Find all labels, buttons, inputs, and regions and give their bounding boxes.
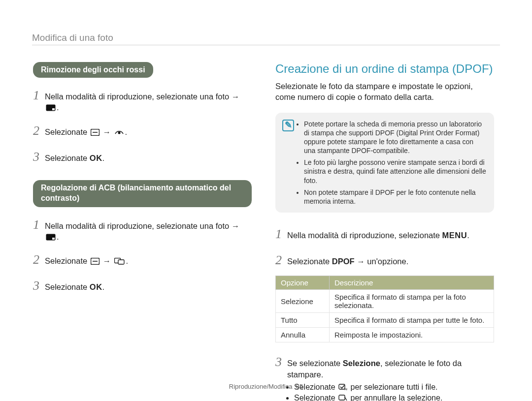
edit-icon bbox=[46, 104, 56, 111]
text: Nella modalità di riproduzione, selezion… bbox=[287, 231, 440, 240]
strong: DPOF bbox=[332, 257, 355, 266]
svg-rect-8 bbox=[118, 260, 124, 264]
step-number: 3 bbox=[33, 148, 45, 165]
arrow-icon: → bbox=[232, 221, 240, 230]
strong: Selezione bbox=[343, 359, 380, 368]
page-footer: Riproduzione/Modifica 85 bbox=[0, 383, 532, 390]
tool-icon bbox=[91, 129, 100, 136]
svg-rect-11 bbox=[339, 395, 345, 400]
th-option: Opzione bbox=[276, 276, 330, 290]
deselect-icon bbox=[338, 395, 347, 401]
step-text: Selezionate OK. bbox=[45, 281, 252, 292]
step-number: 2 bbox=[33, 251, 45, 268]
text: Selezionate bbox=[45, 154, 87, 162]
section-title: Creazione di un ordine di stampa (DPOF) bbox=[275, 62, 494, 76]
text: . bbox=[57, 232, 59, 241]
left-column: Rimozione degli occhi rossi 1 Nella moda… bbox=[33, 62, 252, 294]
right-column: Creazione di un ordine di stampa (DPOF) … bbox=[275, 62, 494, 401]
text: Selezionate bbox=[45, 282, 87, 291]
ok-label: OK bbox=[90, 282, 102, 291]
redeye-step-3: 3 Selezionate OK. bbox=[33, 148, 252, 165]
step-number: 1 bbox=[33, 216, 45, 233]
step-text: Selezionate OK. bbox=[45, 153, 252, 163]
ok-label: OK bbox=[90, 154, 102, 162]
text: . bbox=[102, 282, 105, 291]
dpof-step-1: 1 Nella modalità di riproduzione, selezi… bbox=[275, 225, 494, 243]
step-number: 1 bbox=[275, 225, 287, 243]
arrow-icon: → bbox=[232, 92, 240, 101]
redeye-step-1: 1 Nella modalità di riproduzione, selezi… bbox=[33, 87, 252, 113]
tool-icon bbox=[91, 258, 100, 265]
td-desc: Specifica il formato di stampa per tutte… bbox=[330, 313, 494, 328]
acb-step-1: 1 Nella modalità di riproduzione, selezi… bbox=[33, 216, 252, 243]
step-number: 2 bbox=[33, 122, 45, 139]
td-desc: Reimposta le impostazioni. bbox=[330, 328, 494, 342]
note-box: ✎ Potete portare la scheda di memoria pr… bbox=[275, 113, 494, 213]
redeye-icon bbox=[114, 129, 124, 136]
page-number: 85 bbox=[296, 383, 303, 390]
table-row: Annulla Reimposta le impostazioni. bbox=[276, 328, 494, 342]
list-item: Selezionate per annullare la selezione. bbox=[294, 394, 494, 401]
step-number: 2 bbox=[275, 251, 287, 269]
step-text: Nella modalità di riproduzione, selezion… bbox=[45, 220, 252, 243]
step-text: Se selezionate Selezione, selezionate le… bbox=[287, 358, 494, 380]
redeye-step-2: 2 Selezionate → . bbox=[33, 122, 252, 139]
note-list: Potete portare la scheda di memoria pres… bbox=[296, 120, 486, 206]
step-text: Nella modalità di riproduzione, selezion… bbox=[287, 230, 494, 241]
arrow-icon: → bbox=[357, 257, 365, 266]
th-desc: Descrizione bbox=[330, 276, 494, 290]
footer-section: Riproduzione/Modifica bbox=[229, 383, 293, 390]
menu-label: MENU bbox=[442, 231, 467, 240]
step-text: Selezionate → . bbox=[45, 126, 252, 137]
step-number: 3 bbox=[275, 353, 287, 370]
arrow-icon: → bbox=[102, 256, 111, 265]
td-option: Annulla bbox=[276, 328, 330, 342]
td-desc: Specifica il formato di stampa per la fo… bbox=[330, 290, 494, 313]
divider bbox=[32, 45, 500, 45]
note-item: Non potete stampare il DPOF per le foto … bbox=[304, 188, 486, 206]
td-option: Selezione bbox=[276, 290, 330, 313]
note-item: Le foto più larghe possono venire stampa… bbox=[304, 158, 486, 185]
step-text: Selezionate → . bbox=[45, 255, 252, 266]
td-option: Tutto bbox=[276, 313, 330, 328]
step-text: Nella modalità di riproduzione, selezion… bbox=[45, 91, 252, 113]
text: Selezionate bbox=[45, 256, 87, 265]
svg-rect-1 bbox=[52, 108, 55, 110]
section-lead: Selezionate le foto da stampare e impost… bbox=[275, 81, 494, 103]
breadcrumb: Modifica di una foto bbox=[32, 32, 113, 43]
text: Nella modalità di riproduzione, selezion… bbox=[45, 221, 229, 230]
text: Se selezionate bbox=[287, 359, 340, 368]
edit-icon bbox=[46, 234, 56, 241]
dpof-step-3: 3 Se selezionate Selezione, selezionate … bbox=[275, 353, 494, 380]
svg-point-3 bbox=[118, 131, 120, 134]
table-row: Selezione Specifica il formato di stampa… bbox=[276, 290, 494, 313]
text: . bbox=[102, 154, 105, 162]
text: Selezionate bbox=[287, 257, 330, 266]
text: . bbox=[126, 256, 129, 265]
text: . bbox=[57, 103, 59, 112]
text: . bbox=[125, 127, 128, 136]
options-table: Opzione Descrizione Selezione Specifica … bbox=[275, 276, 494, 342]
text: Selezionate bbox=[294, 394, 335, 401]
text: Selezionate bbox=[45, 127, 87, 136]
svg-rect-5 bbox=[52, 238, 55, 240]
info-icon: ✎ bbox=[282, 120, 296, 206]
text: per annullare la selezione. bbox=[351, 394, 443, 401]
text: un'opzione. bbox=[367, 257, 408, 266]
acb-step-2: 2 Selezionate → . bbox=[33, 251, 252, 268]
heading-acb: Regolazione di ACB (bilanciamento automa… bbox=[33, 180, 252, 207]
acb-step-3: 3 Selezionate OK. bbox=[33, 277, 252, 294]
dpof-step-2: 2 Selezionate DPOF → un'opzione. bbox=[275, 251, 494, 269]
step-text: Selezionate DPOF → un'opzione. bbox=[287, 256, 494, 267]
step-number: 1 bbox=[33, 87, 45, 104]
text: . bbox=[467, 231, 469, 240]
arrow-icon: → bbox=[102, 127, 111, 136]
step-number: 3 bbox=[33, 277, 45, 294]
table-row: Tutto Specifica il formato di stampa per… bbox=[276, 313, 494, 328]
acb-icon bbox=[114, 258, 125, 265]
note-item: Potete portare la scheda di memoria pres… bbox=[304, 120, 486, 155]
heading-redeye: Rimozione degli occhi rossi bbox=[33, 62, 153, 78]
text: Nella modalità di riproduzione, selezion… bbox=[45, 92, 229, 101]
